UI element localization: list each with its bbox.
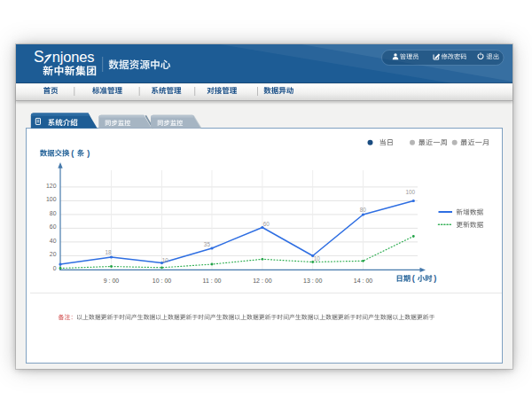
svg-text:10: 10: [162, 257, 169, 263]
svg-text:120: 120: [46, 183, 57, 189]
svg-text:10: 10: [314, 255, 321, 262]
svg-text:80: 80: [360, 207, 367, 213]
svg-text:100: 100: [405, 189, 415, 195]
svg-text:18: 18: [105, 249, 112, 255]
svg-text:40: 40: [50, 238, 57, 244]
svg-text:60: 60: [263, 221, 270, 227]
svg-text:35: 35: [204, 241, 211, 247]
svg-text:12 : 00: 12 : 00: [253, 278, 272, 284]
svg-text:): ): [434, 274, 436, 283]
svg-text:S: S: [34, 48, 44, 66]
svg-text:14 : 00: 14 : 00: [354, 278, 373, 284]
svg-text:60: 60: [50, 223, 57, 230]
svg-text:9 : 00: 9 : 00: [104, 278, 120, 284]
svg-text:njones: njones: [52, 49, 94, 65]
svg-text:13 : 00: 13 : 00: [303, 278, 323, 284]
svg-text:(: (: [412, 274, 415, 283]
svg-text:20: 20: [50, 251, 57, 257]
svg-text:100: 100: [46, 196, 57, 202]
svg-text:): ): [87, 149, 90, 158]
svg-text:(: (: [71, 149, 74, 158]
svg-text:0: 0: [53, 265, 57, 271]
svg-text:80: 80: [50, 210, 57, 216]
svg-text:11 : 00: 11 : 00: [203, 278, 222, 284]
svg-text:10 : 00: 10 : 00: [153, 278, 172, 284]
